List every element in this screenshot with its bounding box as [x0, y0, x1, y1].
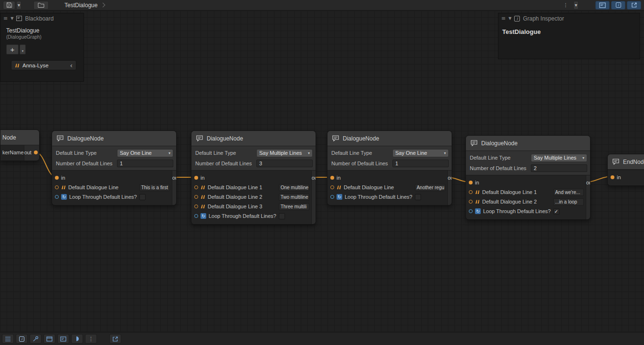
blackboard-toggle-button[interactable] [595, 1, 610, 10]
blackboard-panel-button[interactable] [57, 334, 69, 344]
blackboard-icon [16, 16, 22, 21]
line-type-dropdown[interactable]: Say Multiple Lines ▾ [531, 154, 587, 162]
loop-port[interactable] [55, 195, 59, 199]
collapse-arrow-icon[interactable]: ▼ [11, 16, 13, 21]
drag-handle-icon[interactable]: ≡ [3, 15, 8, 22]
loop-checkbox[interactable] [139, 194, 146, 200]
line-type-value: Say Multiple Lines [259, 150, 302, 156]
loop-port[interactable] [330, 195, 334, 199]
window-icon [46, 336, 53, 342]
end-node[interactable]: EndNode in [607, 154, 644, 186]
dialogue-line-field[interactable]: One multiline [279, 184, 309, 191]
node-title-label: DialogueNode [343, 135, 379, 142]
dialogue-line-field[interactable]: Two multiline [279, 194, 309, 201]
node-title[interactable]: DialogueNode [327, 131, 452, 146]
in-port[interactable] [469, 181, 473, 184]
external-link-icon [112, 336, 118, 342]
loop-checkbox[interactable] [415, 194, 421, 200]
dialogue-line-port[interactable] [194, 185, 198, 189]
node-title[interactable]: DialogueNode [191, 131, 316, 146]
speaker-node[interactable]: Node kerName out [0, 129, 40, 161]
in-port-label: in [201, 175, 205, 181]
dialogue-line-port[interactable] [194, 195, 198, 199]
graph-breadcrumb-tab[interactable]: TestDialogue [60, 0, 109, 11]
window-button[interactable] [43, 334, 55, 344]
dialogue-line-field[interactable]: ...in a loop [553, 198, 584, 205]
open-asset-button[interactable] [33, 1, 49, 10]
dialogue-node-2[interactable]: DialogueNode Default Line Type Say Multi… [191, 130, 316, 225]
hierarchy-button[interactable] [2, 334, 14, 344]
dialogue-line-label: Default Dialogue Line 2 [208, 194, 262, 200]
line-type-dropdown[interactable]: Say One Line ▾ [117, 149, 173, 157]
inspector-header[interactable]: ≡ ▼ i Graph Inspector [498, 13, 640, 23]
loop-icon: ↻ [201, 213, 206, 219]
num-lines-field[interactable]: 3 [256, 160, 313, 167]
preview-toggle-button[interactable] [627, 1, 641, 10]
in-port[interactable] [611, 175, 614, 179]
dialogue-line-field[interactable]: This is a first [139, 184, 170, 191]
dialogue-line-port[interactable] [194, 205, 198, 208]
toolbar-more-button[interactable]: ⋮ [560, 1, 571, 10]
node-title[interactable]: EndNode [608, 154, 644, 170]
line-type-dropdown[interactable]: Say Multiple Lines ▾ [256, 149, 313, 157]
in-port-label: in [475, 180, 479, 185]
in-port[interactable] [194, 176, 198, 180]
quote-icon [201, 205, 205, 208]
dialogue-line-label: Default Dialogue Line 3 [208, 204, 262, 209]
node-title[interactable]: DialogueNode [466, 136, 590, 151]
dialogue-line-field[interactable]: And we're... [553, 189, 584, 196]
dialogue-line-port[interactable] [469, 190, 473, 194]
loop-checkbox[interactable] [279, 213, 285, 219]
in-port[interactable] [55, 176, 59, 180]
dialogue-line-field[interactable]: Three multili [279, 203, 309, 210]
toolbar-dropdown-button[interactable]: ▾ [573, 1, 579, 10]
loop-port[interactable] [194, 214, 198, 218]
loop-label: Loop Through Default Lines? [345, 194, 412, 200]
save-icon [6, 2, 12, 8]
collapse-arrow-icon[interactable]: ▼ [508, 16, 511, 21]
node-title[interactable]: Node [0, 130, 39, 145]
drag-handle-icon[interactable]: ≡ [501, 15, 506, 22]
line-type-dropdown[interactable]: Say One Line ▾ [392, 149, 449, 157]
blackboard-graph-type: (DialogueGraph) [0, 34, 84, 40]
inspector-toggle-button[interactable]: i [611, 1, 625, 10]
in-port-label: in [61, 175, 65, 181]
open-external-button[interactable] [109, 334, 121, 344]
node-title-label: Node [2, 134, 16, 141]
node-title[interactable]: DialogueNode [52, 131, 176, 146]
add-field-dropdown-button[interactable]: ▾ [20, 44, 26, 54]
graph-inspector-panel[interactable]: ≡ ▼ i Graph Inspector TestDialogue [498, 13, 640, 59]
inspector-panel-button[interactable]: i [16, 334, 28, 344]
bottom-more-button[interactable]: ⋮ [85, 334, 97, 344]
breadcrumb-chevron-icon [101, 3, 106, 8]
blackboard-field[interactable]: Anna-Lyse ‹ [11, 60, 76, 70]
collapse-field-icon[interactable]: ‹ [70, 62, 73, 69]
num-lines-field[interactable]: 1 [117, 160, 173, 167]
dialogue-line-port[interactable] [469, 200, 473, 204]
dialogue-line-label: Default Dialogue Line 1 [208, 184, 262, 190]
dialogue-line-label: Default Dialogue Line 1 [482, 189, 537, 195]
loop-port[interactable] [469, 209, 473, 213]
save-button[interactable] [3, 1, 15, 10]
console-button[interactable] [71, 334, 83, 344]
save-dropdown-button[interactable]: ▾ [16, 1, 21, 10]
dialogue-node-1[interactable]: DialogueNode Default Line Type Say One L… [52, 130, 177, 205]
line-type-value: Say One Line [120, 150, 152, 156]
blackboard-header[interactable]: ≡ ▼ Blackboard [0, 13, 84, 23]
dialogue-node-3[interactable]: DialogueNode Default Line Type Say One L… [327, 130, 452, 205]
dialogue-line-field[interactable]: Another regu [415, 184, 445, 191]
panel-title: Blackboard [25, 15, 53, 22]
quote-icon [475, 200, 480, 204]
num-lines-field[interactable]: 2 [531, 164, 587, 172]
dialogue-line-label: Default Dialogue Line [68, 184, 118, 190]
blackboard-panel[interactable]: ≡ ▼ Blackboard TestDialogue (DialogueGra… [0, 13, 84, 82]
dialogue-line-port[interactable] [55, 185, 59, 189]
add-field-button[interactable]: + [6, 44, 19, 54]
out-port[interactable] [34, 151, 38, 154]
tools-button[interactable] [30, 334, 42, 344]
dialogue-node-4[interactable]: DialogueNode Default Line Type Say Multi… [465, 135, 591, 220]
loop-checkbox[interactable]: ✓ [553, 208, 560, 215]
dialogue-line-port[interactable] [330, 185, 334, 189]
in-port[interactable] [330, 176, 334, 180]
num-lines-field[interactable]: 1 [392, 160, 449, 167]
